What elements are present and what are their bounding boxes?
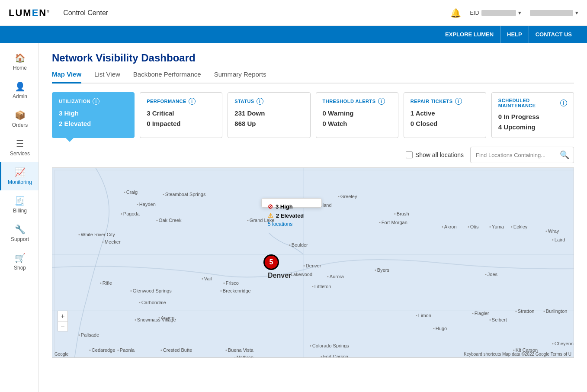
keyboard-shortcuts[interactable]: Keyboard shortcuts	[464, 352, 501, 357]
city-label: Rifle	[100, 280, 112, 286]
threshold-info-icon[interactable]: i	[378, 98, 385, 105]
user-selector[interactable]: ▾	[530, 10, 578, 16]
tab-list-view[interactable]: List View	[94, 71, 120, 84]
zoom-controls: + −	[58, 311, 68, 331]
search-locations-input[interactable]	[471, 149, 555, 161]
stat-label-threshold: THRESHOLD ALERTS i	[323, 98, 391, 105]
map-area[interactable]: CraigSteamboat SpringsHaydenPagodaOak Cr…	[52, 167, 574, 358]
sidebar-item-support[interactable]: 🔧 Support	[0, 219, 38, 247]
sidebar-item-home[interactable]: 🏠 Home	[0, 48, 38, 76]
denver-cluster-marker[interactable]: 5	[263, 254, 279, 270]
city-label: Burlington	[543, 308, 567, 314]
monitoring-icon: 📈	[15, 167, 26, 177]
sidebar-item-admin[interactable]: 👤 Admin	[0, 76, 38, 105]
billing-icon: 🧾	[15, 196, 26, 206]
sidebar-item-shop[interactable]: 🛒 Shop	[0, 247, 38, 276]
tooltip-high-value: 3 High	[276, 203, 293, 210]
tooltip-elevated-icon: ⚠	[268, 212, 273, 219]
stat-label-status: STATUS i	[234, 98, 303, 105]
city-label: Frisco	[223, 280, 239, 286]
zoom-out-button[interactable]: −	[58, 321, 68, 331]
sidebar-item-services[interactable]: ☰ Services	[0, 133, 38, 162]
city-label: Greeley	[338, 194, 357, 199]
stat-label-maintenance: SCHEDULED MAINTENANCE i	[498, 98, 567, 108]
city-label: Breckenridge	[220, 288, 251, 293]
city-label: Carbondale	[139, 300, 166, 305]
tooltip-locations[interactable]: 5 locations	[268, 221, 315, 227]
stat-value-repair: 1 Active 0 Closed	[411, 108, 479, 129]
tab-backbone-performance[interactable]: Backbone Performance	[133, 71, 201, 84]
stat-card-maintenance[interactable]: SCHEDULED MAINTENANCE i 0 In Progress 4 …	[491, 92, 574, 138]
city-label: Aurora	[327, 274, 344, 279]
admin-icon: 👤	[15, 81, 26, 92]
page-title: Network Visibility Dashboard	[52, 52, 574, 64]
sidebar-label-support: Support	[11, 236, 29, 242]
city-label: Fort Morgan	[379, 220, 407, 225]
help-link[interactable]: HELP	[500, 26, 529, 43]
tab-map-view[interactable]: Map View	[52, 71, 81, 84]
sidebar-label-services: Services	[10, 151, 30, 157]
map-tooltip: ⊘ 3 High ⚠ 2 Elevated 5 locations	[261, 198, 322, 208]
show-all-checkbox[interactable]	[406, 151, 413, 158]
explore-lumen-link[interactable]: EXPLORE LUMEN	[439, 26, 500, 43]
zoom-in-button[interactable]: +	[58, 311, 68, 321]
repair-info-icon[interactable]: i	[455, 98, 462, 105]
status-info-icon[interactable]: i	[257, 98, 263, 105]
show-all-locations-label[interactable]: Show all locations	[406, 151, 464, 158]
stat-value-utilization: 3 High 2 Elevated	[59, 108, 128, 129]
city-label: Colorado Springs	[310, 343, 349, 348]
google-attribution: Google	[55, 352, 68, 357]
bell-icon[interactable]: 🔔	[450, 8, 461, 18]
city-label: Vail	[202, 276, 212, 281]
sidebar-item-monitoring[interactable]: 📈 Monitoring	[0, 162, 38, 190]
city-label: Glenwood Springs	[130, 288, 172, 293]
logo: LUMEN®	[9, 7, 50, 19]
city-label: Boulder	[289, 242, 308, 247]
city-label: Denver	[303, 263, 321, 268]
city-label: Flagler	[472, 311, 489, 316]
header-right: 🔔 EID ▾ ▾	[450, 8, 578, 18]
search-locations-container: 🔍	[470, 147, 574, 163]
tooltip-elevated-row: ⚠ 2 Elevated	[268, 212, 315, 219]
city-label: Akron	[442, 224, 457, 229]
stats-row: UTILIZATION i 3 High 2 Elevated PERFORMA…	[52, 92, 574, 138]
city-label: Joes	[485, 272, 497, 277]
city-label: Laird	[552, 237, 565, 242]
city-label: Littleton	[312, 284, 331, 289]
blue-nav: EXPLORE LUMEN HELP CONTACT US	[0, 26, 587, 43]
stat-value-status: 231 Down 868 Up	[234, 108, 303, 129]
city-label: Pagoda	[121, 211, 140, 216]
sidebar-item-orders[interactable]: 📦 Orders	[0, 105, 38, 133]
tooltip-high-icon: ⊘	[268, 203, 273, 210]
sidebar-item-billing[interactable]: 🧾 Billing	[0, 190, 38, 219]
city-label: Oak Creek	[156, 218, 181, 223]
tab-summary-reports[interactable]: Summary Reports	[214, 71, 266, 84]
services-icon: ☰	[16, 138, 24, 149]
search-locations-button[interactable]: 🔍	[555, 147, 574, 163]
utilization-info-icon[interactable]: i	[93, 98, 99, 105]
stat-card-utilization[interactable]: UTILIZATION i 3 High 2 Elevated	[52, 92, 135, 138]
city-label: Buena Vista	[225, 347, 253, 353]
stat-card-repair[interactable]: REPAIR TICKETS i 1 Active 0 Closed	[404, 92, 486, 138]
city-label: Meeker	[102, 239, 121, 244]
stat-value-performance: 3 Critical 0 Impacted	[147, 108, 215, 129]
content-area: Network Visibility Dashboard Map View Li…	[39, 43, 587, 392]
stat-card-performance[interactable]: PERFORMANCE i 3 Critical 0 Impacted	[140, 92, 222, 138]
city-label: Eckley	[511, 224, 527, 229]
orders-icon: 📦	[15, 110, 26, 120]
city-label: Palisade	[78, 332, 99, 337]
eid-chevron: ▾	[518, 10, 521, 16]
maintenance-info-icon[interactable]: i	[560, 100, 567, 106]
stat-card-status[interactable]: STATUS i 231 Down 868 Up	[228, 92, 310, 138]
main-layout: 🏠 Home 👤 Admin 📦 Orders ☰ Services 📈 Mon…	[0, 43, 587, 392]
tabs: Map View List View Backbone Performance …	[52, 71, 574, 84]
stat-card-threshold[interactable]: THRESHOLD ALERTS i 0 Warning 0 Watch	[316, 92, 398, 138]
tooltip-high-row: ⊘ 3 High	[268, 203, 315, 210]
city-label: Hugo	[433, 326, 447, 331]
contact-us-link[interactable]: CONTACT US	[529, 26, 578, 43]
city-label: Hayden	[137, 202, 156, 207]
eid-selector[interactable]: EID ▾	[470, 10, 521, 16]
shop-icon: 🛒	[15, 253, 26, 263]
performance-info-icon[interactable]: i	[189, 98, 196, 105]
top-header: LUMEN® Control Center 🔔 EID ▾ ▾	[0, 0, 587, 26]
